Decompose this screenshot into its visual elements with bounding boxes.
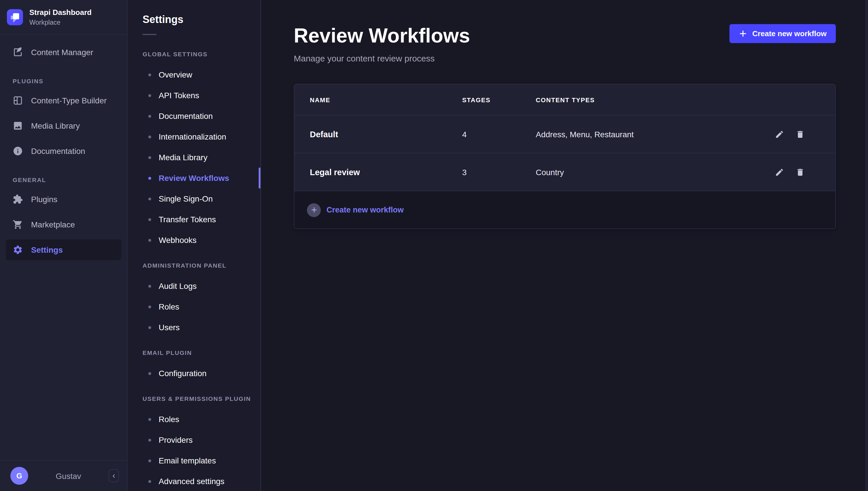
column-header-content-types: CONTENT TYPES [536, 96, 771, 103]
settings-item-single-sign-on[interactable]: Single Sign-On [142, 189, 261, 209]
settings-section-label: ADMINISTRATION PANEL [142, 262, 261, 269]
bullet-icon [148, 115, 151, 117]
sidebar-item-label: Plugins [31, 194, 57, 204]
settings-item-label: Documentation [159, 111, 213, 121]
delete-workflow-button[interactable] [793, 126, 808, 142]
bullet-icon [148, 156, 151, 159]
main-nav: Content ManagerPLUGINSContent-Type Build… [0, 35, 127, 460]
settings-item-users[interactable]: Users [142, 317, 261, 338]
bullet-icon [148, 135, 151, 138]
settings-item-label: Audit Logs [159, 281, 197, 291]
settings-section-label: USERS & PERMISSIONS PLUGIN [142, 395, 261, 402]
app-title: Strapi Dashboard [29, 8, 92, 18]
sidebar-item-settings[interactable]: Settings [6, 239, 121, 260]
edit-workflow-button[interactable] [772, 126, 787, 142]
sidebar-item-content-manager[interactable]: Content Manager [6, 41, 121, 62]
sidebar-item-label: Settings [31, 245, 63, 254]
workspace-brand[interactable]: Strapi Dashboard Workplace [0, 0, 127, 35]
settings-nav-sections: GLOBAL SETTINGSOverviewAPI TokensDocumen… [142, 51, 261, 491]
bullet-icon [148, 372, 151, 375]
workflow-stages: 3 [462, 167, 536, 177]
collapse-sidebar-button[interactable] [109, 469, 119, 482]
settings-item-roles[interactable]: Roles [142, 296, 261, 317]
column-header-stages: STAGES [462, 96, 536, 103]
sidebar-item-label: Content Manager [31, 47, 93, 57]
sidebar-item-label: Media Library [31, 121, 80, 130]
settings-item-providers[interactable]: Providers [142, 430, 261, 450]
create-new-workflow-label: Create new workflow [752, 29, 826, 38]
plugins-icon [12, 194, 23, 204]
settings-section-label: EMAIL PLUGIN [142, 349, 261, 356]
workflow-name: Legal review [310, 167, 462, 177]
create-new-workflow-button[interactable]: Create new workflow [729, 24, 836, 43]
chevron-left-icon [111, 473, 117, 479]
settings-item-label: Single Sign-On [159, 194, 213, 203]
settings-item-label: Overview [159, 70, 192, 79]
delete-workflow-button[interactable] [793, 165, 808, 179]
content-manager-icon [12, 47, 23, 57]
settings-section-label: GLOBAL SETTINGS [142, 51, 261, 57]
workflow-content-types: Country [536, 167, 771, 177]
settings-item-roles[interactable]: Roles [142, 409, 261, 430]
settings-item-label: API Tokens [159, 91, 199, 100]
footer-create-workflow-action[interactable]: Create new workflow [294, 191, 835, 229]
settings-sidebar: Settings GLOBAL SETTINGSOverviewAPI Toke… [128, 0, 261, 491]
page-scrollbar-track[interactable] [865, 0, 868, 491]
settings-item-api-tokens[interactable]: API Tokens [142, 85, 261, 106]
settings-item-label: Advanced settings [159, 476, 224, 486]
plus-icon [738, 29, 747, 38]
settings-item-label: Review Workflows [159, 173, 229, 183]
trash-icon [795, 167, 805, 177]
bullet-icon [148, 418, 151, 421]
sidebar-item-content-type-builder[interactable]: Content-Type Builder [6, 90, 121, 111]
settings-title: Settings [142, 14, 261, 26]
row-actions [771, 165, 835, 179]
sidebar-item-marketplace[interactable]: Marketplace [6, 214, 121, 235]
sidebar-item-media-library[interactable]: Media Library [6, 115, 121, 136]
avatar[interactable]: G [10, 467, 28, 485]
settings-item-audit-logs[interactable]: Audit Logs [142, 276, 261, 296]
workflow-row-default[interactable]: Default4Address, Menu, Restaurant [294, 115, 835, 153]
settings-item-transfer-tokens[interactable]: Transfer Tokens [142, 209, 261, 230]
user-name: Gustav [33, 471, 104, 480]
pencil-icon [775, 167, 784, 177]
nav-section-label: PLUGINS [12, 77, 114, 84]
workspace-name: Workplace [29, 19, 92, 27]
footer-create-workflow-label: Create new workflow [326, 206, 404, 214]
bullet-icon [148, 326, 151, 329]
content-type-builder-icon [12, 95, 23, 105]
settings-section-items: Audit LogsRolesUsers [142, 276, 261, 338]
settings-item-label: Configuration [159, 369, 207, 378]
sidebar-item-documentation[interactable]: Documentation [6, 140, 121, 161]
settings-item-label: Transfer Tokens [159, 215, 216, 224]
bullet-icon [148, 480, 151, 483]
workflow-content-types: Address, Menu, Restaurant [536, 129, 771, 139]
sidebar-item-label: Marketplace [31, 220, 75, 229]
strapi-logo-icon [7, 9, 23, 26]
bullet-icon [148, 305, 151, 308]
settings-item-documentation[interactable]: Documentation [142, 106, 261, 126]
marketplace-icon [12, 219, 23, 229]
settings-item-media-library[interactable]: Media Library [142, 147, 261, 168]
bullet-icon [148, 218, 151, 221]
settings-item-internationalization[interactable]: Internationalization [142, 126, 261, 147]
sidebar-item-plugins[interactable]: Plugins [6, 189, 121, 209]
edit-workflow-button[interactable] [772, 165, 787, 179]
settings-item-overview[interactable]: Overview [142, 64, 261, 85]
workflow-row-legal-review[interactable]: Legal review3Country [294, 153, 835, 191]
title-rule [142, 34, 156, 35]
page-subtitle: Manage your content review process [294, 53, 868, 63]
settings-item-label: Internationalization [159, 132, 226, 141]
bullet-icon [148, 73, 151, 76]
settings-item-review-workflows[interactable]: Review Workflows [142, 168, 261, 189]
plus-circle-icon [307, 203, 321, 217]
settings-item-webhooks[interactable]: Webhooks [142, 230, 261, 250]
settings-item-label: Webhooks [159, 235, 197, 244]
settings-item-email-templates[interactable]: Email templates [142, 450, 261, 471]
active-item-indicator [259, 168, 261, 189]
sidebar-item-label: Documentation [31, 146, 85, 155]
settings-item-configuration[interactable]: Configuration [142, 363, 261, 384]
settings-item-advanced-settings[interactable]: Advanced settings [142, 471, 261, 491]
bullet-icon [148, 239, 151, 241]
settings-item-label: Media Library [159, 153, 208, 162]
